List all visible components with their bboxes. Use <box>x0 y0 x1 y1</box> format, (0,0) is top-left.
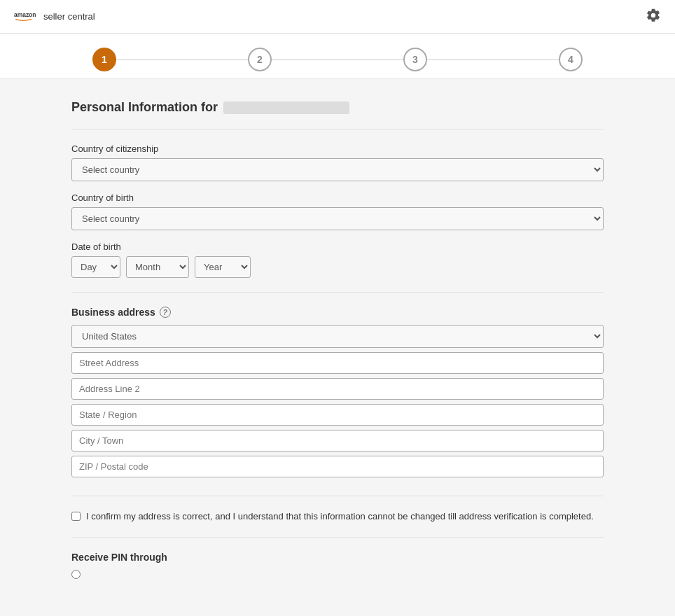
redacted-name <box>223 102 349 114</box>
street-input[interactable] <box>71 352 604 374</box>
steps-row: 1 2 3 4 <box>92 48 583 71</box>
main-content: Personal Information for Country of citi… <box>57 79 618 604</box>
citizenship-group: Country of citizenship Select country <box>71 144 604 181</box>
divider-4 <box>71 537 604 538</box>
gear-button[interactable] <box>646 8 661 25</box>
divider-2 <box>71 292 604 293</box>
state-input[interactable] <box>71 404 604 426</box>
country-select[interactable]: United States <box>71 325 604 348</box>
dob-day-select[interactable]: Day <box>71 256 120 278</box>
business-address-label: Business address <box>71 307 155 318</box>
business-address-heading: Business address ? <box>71 307 604 318</box>
citizenship-select[interactable]: Select country <box>71 158 604 181</box>
confirm-checkbox[interactable] <box>71 512 81 521</box>
receive-pin-title: Receive PIN through <box>71 552 604 563</box>
zip-input[interactable] <box>71 456 604 477</box>
confirm-row: I confirm my address is correct, and I u… <box>71 510 604 523</box>
step-4: 4 <box>559 48 583 71</box>
seller-central-label: seller central <box>43 11 95 22</box>
divider-1 <box>71 129 604 130</box>
amazon-logo-icon: amazon <box>14 9 41 24</box>
step-1: 1 <box>92 48 116 71</box>
business-address-group: Business address ? United States <box>71 307 604 482</box>
step-line-2 <box>272 59 403 60</box>
confirm-label[interactable]: I confirm my address is correct, and I u… <box>86 510 594 523</box>
dob-year-select[interactable]: Year <box>195 256 251 278</box>
header: amazon seller central <box>0 0 675 34</box>
step-3: 3 <box>403 48 427 71</box>
receive-pin-section: Receive PIN through <box>71 552 604 579</box>
dob-row: Day Month Year <box>71 256 604 278</box>
birth-country-label: Country of birth <box>71 192 604 203</box>
page-title-text: Personal Information for <box>71 100 218 115</box>
city-input[interactable] <box>71 430 604 451</box>
gear-icon <box>646 8 661 23</box>
citizenship-label: Country of citizenship <box>71 144 604 154</box>
step-2: 2 <box>248 48 272 71</box>
birth-country-select[interactable]: Select country <box>71 207 604 230</box>
pin-radio-1[interactable] <box>71 570 81 579</box>
progress-bar: 1 2 3 4 <box>0 34 675 79</box>
help-icon[interactable]: ? <box>160 307 171 318</box>
dob-label: Date of birth <box>71 241 604 252</box>
step-line-3 <box>427 59 559 60</box>
svg-text:amazon: amazon <box>14 11 36 18</box>
step-line-1 <box>116 59 248 60</box>
section-title: Personal Information for <box>71 100 604 115</box>
divider-3 <box>71 496 604 496</box>
address2-input[interactable] <box>71 378 604 400</box>
birth-country-group: Country of birth Select country <box>71 192 604 230</box>
dob-group: Date of birth Day Month Year <box>71 241 604 278</box>
dob-month-select[interactable]: Month <box>126 256 189 278</box>
pin-radio-row <box>71 570 604 579</box>
logo: amazon seller central <box>14 9 95 24</box>
